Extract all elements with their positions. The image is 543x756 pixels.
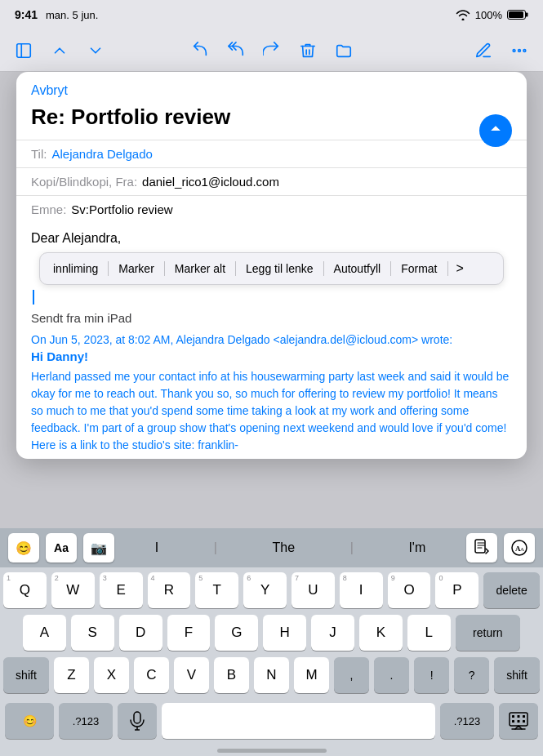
ctx-sep-3 — [235, 261, 236, 276]
doc-icon — [474, 539, 489, 557]
ctx-select-all-button[interactable]: Marker alt — [167, 257, 234, 280]
key-l[interactable]: L — [407, 615, 451, 651]
text-cursor — [33, 290, 34, 305]
suggestion-3[interactable]: I'm — [395, 537, 438, 558]
num-punct-right-button[interactable]: .?123 — [440, 703, 494, 739]
key-d[interactable]: D — [119, 615, 162, 651]
subject-field[interactable]: Emne: Sv:Portfolio review — [16, 195, 527, 223]
forward-button[interactable] — [258, 37, 286, 64]
cancel-button[interactable]: Avbryt — [31, 83, 512, 98]
key-r[interactable]: 4R — [148, 572, 191, 608]
key-k[interactable]: K — [359, 615, 403, 651]
return-key[interactable]: return — [456, 615, 520, 651]
key-x[interactable]: X — [94, 657, 129, 693]
cc-value: daniel_rico1@icloud.com — [142, 175, 279, 189]
ctx-sep-2 — [164, 261, 165, 276]
to-value: Alejandra Delgado — [51, 147, 152, 161]
ctx-select-button[interactable]: Marker — [110, 257, 162, 280]
ctx-format-button[interactable]: Format — [393, 257, 445, 280]
key-y[interactable]: 6Y — [243, 572, 287, 608]
key-g[interactable]: G — [215, 615, 258, 651]
key-c[interactable]: C — [134, 657, 169, 693]
suggestion-1[interactable]: I — [142, 537, 171, 558]
emoji-bottom-button[interactable]: 😊 — [5, 703, 54, 739]
keyboard-row-1: 1Q 2W 3E 4R 5T 6Y 7U 8I 9O 0P delete — [3, 572, 540, 608]
delete-button[interactable] — [294, 37, 322, 64]
delete-key[interactable]: delete — [483, 572, 540, 608]
key-e[interactable]: 3E — [100, 572, 143, 608]
status-date: man. 5 jun. — [46, 9, 98, 21]
ctx-autofill-button[interactable]: Autoutfyll — [326, 257, 389, 280]
aa-button[interactable]: A A — [504, 533, 535, 563]
quoted-body: Herland passed me your contact info at h… — [31, 368, 512, 454]
mic-button[interactable] — [118, 703, 157, 739]
sidebar-toggle-button[interactable] — [10, 37, 38, 64]
hide-keyboard-icon — [509, 712, 528, 730]
suggestion-2[interactable]: The — [260, 537, 309, 558]
key-t[interactable]: 5T — [195, 572, 238, 608]
reply-all-button[interactable] — [222, 37, 250, 64]
hide-keyboard-button[interactable] — [499, 703, 538, 739]
compose-subject: Re: Portfolio review — [31, 105, 512, 130]
key-o[interactable]: 9O — [388, 572, 431, 608]
emoji-button[interactable]: 😊 — [8, 533, 39, 563]
more-button[interactable] — [505, 37, 533, 64]
key-period[interactable]: . — [374, 657, 409, 693]
svg-rect-21 — [518, 720, 520, 723]
email-compose-sheet: Avbryt Re: Portfolio review Til: Alejand… — [16, 72, 527, 459]
text-size-button[interactable]: Aa — [46, 533, 77, 563]
key-h[interactable]: H — [263, 615, 306, 651]
key-exclaim[interactable]: ! — [414, 657, 449, 693]
to-field[interactable]: Til: Alejandra Delgado — [16, 140, 527, 167]
key-u[interactable]: 7U — [292, 572, 335, 608]
key-z[interactable]: Z — [54, 657, 89, 693]
key-j[interactable]: J — [311, 615, 354, 651]
key-v[interactable]: V — [174, 657, 209, 693]
key-question[interactable]: ? — [454, 657, 489, 693]
key-b[interactable]: B — [214, 657, 249, 693]
svg-rect-12 — [134, 712, 140, 723]
send-button[interactable] — [479, 114, 512, 147]
cc-field[interactable]: Kopi/Blindkopi, Fra: daniel_rico1@icloud… — [16, 167, 527, 195]
key-n[interactable]: N — [254, 657, 289, 693]
key-a[interactable]: A — [23, 615, 66, 651]
key-s[interactable]: S — [71, 615, 114, 651]
text-size-label: Aa — [54, 541, 69, 554]
ctx-sep-4 — [323, 261, 324, 276]
svg-point-7 — [523, 49, 526, 51]
key-comma[interactable]: , — [334, 657, 369, 693]
status-right: 100% — [456, 9, 528, 21]
key-i[interactable]: 8I — [340, 572, 383, 608]
svg-point-5 — [513, 49, 515, 51]
ctx-link-button[interactable]: Legg til lenke — [238, 257, 322, 280]
keyboard-top-bar: 😊 Aa 📷 I | The | I'm — [0, 528, 543, 567]
key-w[interactable]: 2W — [51, 572, 95, 608]
shift-right-key[interactable]: shift — [494, 657, 540, 693]
keyboard-row-3: shift Z X C V B N M , . ! ? shift — [3, 657, 540, 693]
ctx-more-button[interactable]: > — [450, 256, 470, 281]
home-indicator — [217, 749, 327, 753]
reply-button[interactable] — [186, 37, 214, 64]
keyboard-bottom-row: 😊 .?123 .?123 — [0, 703, 543, 744]
ctx-paste-button[interactable]: innliming — [45, 257, 106, 280]
key-f[interactable]: F — [167, 615, 211, 651]
move-button[interactable] — [330, 37, 358, 64]
key-m[interactable]: M — [294, 657, 329, 693]
key-q[interactable]: 1Q — [3, 572, 47, 608]
compose-body[interactable]: Dear Alejandra, innliming Marker Marker … — [16, 223, 527, 459]
camera-icon: 📷 — [91, 540, 107, 556]
space-key[interactable] — [162, 703, 435, 739]
camera-button[interactable]: 📷 — [83, 533, 114, 563]
next-message-button[interactable] — [82, 37, 109, 64]
key-p[interactable]: 0P — [435, 572, 478, 608]
shift-key[interactable]: shift — [3, 657, 49, 693]
svg-rect-8 — [475, 540, 485, 553]
cc-label: Kopi/Blindkopi, Fra: — [31, 175, 137, 189]
svg-rect-22 — [523, 720, 525, 723]
prev-message-button[interactable] — [46, 37, 73, 64]
svg-text:A: A — [520, 546, 524, 553]
svg-rect-3 — [17, 43, 31, 57]
dictation-right-button[interactable] — [466, 533, 497, 563]
compose-button[interactable] — [470, 37, 497, 64]
num-punct-button[interactable]: .?123 — [59, 703, 113, 739]
